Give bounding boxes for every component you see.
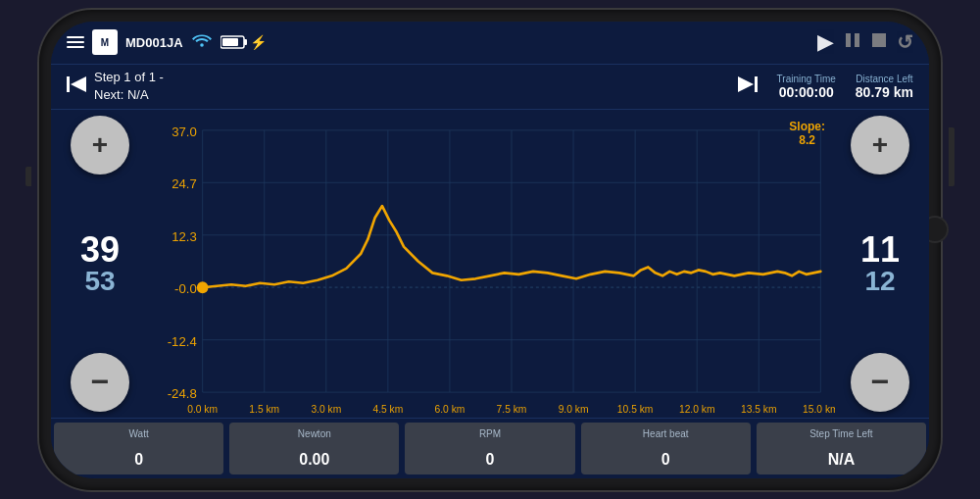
watt-item[interactable]: Watt 0 bbox=[54, 423, 223, 474]
svg-point-46 bbox=[197, 281, 209, 293]
left-plus-button[interactable]: + bbox=[71, 116, 129, 175]
svg-marker-10 bbox=[738, 76, 754, 92]
svg-text:12.3: 12.3 bbox=[172, 228, 197, 243]
main-content: + 39 53 − Slope: 8.2 bbox=[51, 110, 929, 418]
right-metric-secondary: 12 bbox=[860, 268, 900, 295]
svg-text:37.0: 37.0 bbox=[172, 124, 197, 138]
skip-start-button[interactable] bbox=[67, 74, 88, 99]
svg-text:4.5 km: 4.5 km bbox=[372, 403, 403, 414]
heartbeat-label: Heart beat bbox=[643, 428, 689, 439]
svg-rect-4 bbox=[846, 33, 851, 47]
right-metric-primary: 11 bbox=[860, 232, 900, 268]
svg-text:7.5 km: 7.5 km bbox=[497, 403, 527, 414]
left-metric-display: 39 53 bbox=[80, 232, 120, 295]
rpm-item[interactable]: RPM 0 bbox=[405, 423, 574, 474]
step-time-label: Step Time Left bbox=[809, 428, 872, 439]
logo-box: M bbox=[92, 29, 118, 55]
svg-rect-3 bbox=[222, 38, 238, 46]
left-metric-primary: 39 bbox=[80, 232, 120, 268]
slope-label: Slope: bbox=[789, 120, 825, 133]
heartbeat-item[interactable]: Heart beat 0 bbox=[581, 423, 751, 474]
step-time-item[interactable]: Step Time Left N/A bbox=[757, 423, 926, 474]
svg-text:15.0 km: 15.0 km bbox=[803, 403, 835, 414]
wifi-icon bbox=[191, 32, 213, 52]
play-button[interactable]: ▶ bbox=[817, 29, 834, 55]
svg-rect-6 bbox=[872, 33, 886, 47]
slope-display: Slope: 8.2 bbox=[789, 120, 825, 147]
svg-rect-7 bbox=[67, 76, 70, 92]
volume-button bbox=[25, 167, 31, 186]
newton-label: Newton bbox=[298, 428, 331, 439]
top-bar-right: ▶ ↺ bbox=[817, 29, 913, 55]
stop-button[interactable] bbox=[871, 32, 887, 53]
chart-svg: 37.0 24.7 12.3 -0.0 -12.4 -24.8 0.0 km 1… bbox=[145, 116, 835, 418]
step-text-2: Next: N/A bbox=[94, 86, 164, 104]
svg-text:0.0 km: 0.0 km bbox=[187, 403, 218, 414]
power-button bbox=[949, 127, 955, 186]
top-bar-left: M MD001JA bbox=[67, 29, 817, 55]
rpm-value: 0 bbox=[486, 451, 495, 469]
svg-point-0 bbox=[200, 43, 204, 47]
svg-rect-9 bbox=[755, 76, 758, 92]
pause-button[interactable] bbox=[844, 31, 861, 54]
training-time-label: Training Time bbox=[777, 74, 836, 84]
step-text-1: Step 1 of 1 - bbox=[94, 69, 164, 86]
svg-text:10.5 km: 10.5 km bbox=[617, 403, 654, 414]
distance-label: Distance Left bbox=[856, 74, 913, 84]
slope-value: 8.2 bbox=[799, 133, 815, 147]
step-time-value: N/A bbox=[828, 451, 856, 469]
right-minus-button[interactable]: − bbox=[851, 353, 909, 412]
svg-text:12.0 km: 12.0 km bbox=[679, 403, 715, 414]
refresh-button[interactable]: ↺ bbox=[897, 30, 913, 54]
svg-text:9.0 km: 9.0 km bbox=[559, 403, 589, 414]
svg-text:-12.4: -12.4 bbox=[168, 333, 197, 348]
device-id: MD001JA bbox=[125, 35, 183, 50]
phone-frame: M MD001JA bbox=[39, 10, 941, 490]
battery-icon: ⚡ bbox=[220, 34, 267, 50]
svg-text:1.5 km: 1.5 km bbox=[249, 403, 279, 414]
svg-text:24.7: 24.7 bbox=[172, 176, 197, 191]
center-panel: Slope: 8.2 bbox=[145, 116, 835, 412]
right-metric-display: 11 12 bbox=[860, 232, 900, 295]
svg-text:13.5 km: 13.5 km bbox=[741, 403, 777, 414]
top-bar: M MD001JA bbox=[51, 22, 929, 65]
step-bar: Step 1 of 1 - Next: N/A Training Time 00… bbox=[51, 65, 929, 110]
distance-left-block: Distance Left 80.79 km bbox=[856, 74, 913, 100]
watt-value: 0 bbox=[134, 451, 143, 469]
logo-text: M bbox=[101, 37, 109, 48]
left-minus-button[interactable]: − bbox=[71, 353, 129, 412]
hamburger-menu[interactable] bbox=[67, 36, 84, 48]
svg-rect-5 bbox=[855, 33, 859, 47]
left-panel: + 39 53 − bbox=[61, 116, 139, 412]
training-time-value: 00:00:00 bbox=[777, 84, 836, 100]
watt-label: Watt bbox=[129, 428, 149, 439]
step-bar-right: Training Time 00:00:00 Distance Left 80.… bbox=[736, 74, 913, 100]
svg-rect-2 bbox=[244, 39, 247, 45]
skip-next-button[interactable] bbox=[736, 74, 758, 99]
training-time-block: Training Time 00:00:00 bbox=[777, 74, 836, 100]
chart-area: Slope: 8.2 bbox=[145, 116, 835, 418]
step-info: Step 1 of 1 - Next: N/A bbox=[94, 69, 164, 104]
newton-item[interactable]: Newton 0.00 bbox=[229, 423, 399, 474]
distance-value: 80.79 km bbox=[856, 84, 913, 100]
svg-text:-0.0: -0.0 bbox=[174, 281, 197, 296]
svg-text:-24.8: -24.8 bbox=[168, 385, 197, 400]
svg-marker-8 bbox=[71, 76, 86, 92]
bottom-bar: Watt 0 Newton 0.00 RPM 0 Heart beat 0 St… bbox=[51, 418, 929, 478]
svg-text:3.0 km: 3.0 km bbox=[311, 403, 341, 414]
right-panel: + 11 12 − bbox=[841, 116, 919, 412]
heartbeat-value: 0 bbox=[662, 451, 670, 469]
newton-value: 0.00 bbox=[299, 451, 329, 469]
svg-text:6.0 km: 6.0 km bbox=[435, 403, 466, 414]
phone-screen: M MD001JA bbox=[51, 22, 929, 478]
step-bar-left: Step 1 of 1 - Next: N/A bbox=[67, 69, 728, 104]
right-plus-button[interactable]: + bbox=[851, 116, 909, 175]
rpm-label: RPM bbox=[479, 428, 501, 439]
left-metric-secondary: 53 bbox=[80, 268, 120, 295]
